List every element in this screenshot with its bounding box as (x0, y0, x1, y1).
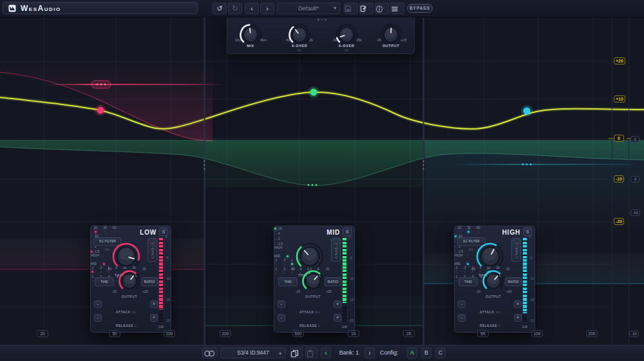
release-plus-button[interactable]: + (514, 314, 522, 322)
attack-minus-button[interactable]: - (458, 300, 466, 308)
ratio-button[interactable]: RATIO (141, 277, 158, 286)
attack-option[interactable]: .1 (274, 259, 277, 268)
output-label: OUTPUT (294, 295, 332, 298)
sc-filter-values[interactable]: 203060 (455, 226, 483, 234)
config-a-button[interactable]: A (407, 347, 417, 358)
threshold-knob[interactable] (475, 241, 506, 272)
gr-meter-scale-label: -15 (349, 298, 357, 302)
thd-button[interactable]: THD (278, 277, 298, 286)
preset-selector[interactable]: Default* ▾ (277, 3, 340, 14)
thd-button[interactable]: THD (459, 277, 478, 286)
release-minus-button[interactable]: - (94, 314, 102, 322)
attack-plus-button[interactable]: + (150, 300, 158, 308)
release-label: RELEASE (116, 324, 133, 327)
attack-option[interactable]: 1 (291, 259, 293, 268)
high-band-handle[interactable] (524, 108, 531, 115)
release-label-row: RELEASEs (104, 324, 149, 327)
ratio-option[interactable]: 10 (274, 226, 291, 230)
attack-option[interactable]: .3 (283, 259, 285, 268)
device-selector[interactable]: S3/4 ID:9447 ▾ (220, 347, 286, 358)
thd-option[interactable]: HIGH (91, 253, 111, 258)
sc-filter-option[interactable]: 30 (103, 226, 107, 234)
release-label-row: RELEASEs (287, 324, 332, 327)
freq-scale-label: 10K (531, 330, 543, 337)
sc-filter-option[interactable]: 30 (467, 226, 471, 234)
ratio-button[interactable]: RATIO (505, 277, 522, 286)
config-b-button[interactable]: B (421, 347, 431, 358)
thd-dot (467, 255, 469, 257)
channel-link-button[interactable] (202, 347, 218, 358)
bank-prev-button[interactable]: ‹ (321, 347, 331, 358)
release-option[interactable]: .1 (274, 268, 277, 277)
thd-options[interactable]: HIGHMID (91, 253, 111, 266)
threshold-knob[interactable] (294, 241, 325, 272)
band-title: LOW (128, 229, 156, 236)
threshold-knob[interactable] (111, 241, 142, 272)
paste-settings-button[interactable] (305, 347, 318, 358)
enable-toggle[interactable]: ENABLE (331, 238, 341, 262)
thd-options[interactable]: HIGHMID (274, 246, 295, 259)
enable-toggle[interactable]: ENABLE (511, 238, 521, 262)
ratio-options[interactable]: 10421.5 (274, 226, 291, 246)
mid-band-handle[interactable] (310, 89, 317, 96)
info-button[interactable] (375, 3, 389, 14)
sc-filter-dot (477, 231, 479, 233)
attack-label-row: ATTACKms (287, 310, 332, 314)
release-plus-button[interactable]: + (150, 314, 158, 322)
undo-button[interactable]: ↺ (213, 3, 227, 14)
ratio-option[interactable]: 4 (274, 231, 291, 235)
ratio-value: 2 (278, 237, 280, 240)
ratio-dot (274, 238, 276, 240)
low-band-handle[interactable] (97, 107, 104, 114)
release-option[interactable]: .1 (91, 275, 93, 284)
menu-button[interactable] (390, 3, 404, 14)
output-knob[interactable] (117, 269, 142, 293)
gr-meter-label: GR (155, 325, 167, 329)
output-min-label: -10 (469, 289, 480, 293)
copy-settings-button[interactable] (290, 347, 303, 358)
paste-icon (306, 349, 314, 358)
attack-plus-button[interactable]: + (334, 300, 341, 308)
sc-filter-option[interactable]: 20 (458, 226, 462, 234)
bypass-button[interactable]: BYPASS (407, 4, 433, 13)
release-minus-button[interactable]: - (458, 314, 466, 322)
thd-button[interactable]: THD (95, 277, 114, 286)
attack-minus-button[interactable]: - (94, 300, 102, 308)
thd-option[interactable]: HIGH (274, 246, 295, 250)
sc-filter-values[interactable]: 203060 (91, 226, 119, 234)
thd-options[interactable]: HIGHMID (455, 253, 475, 266)
thd-option[interactable]: HIGH (455, 253, 475, 258)
sc-filter-option[interactable]: 60 (477, 226, 480, 234)
ratio-option[interactable]: 2 (274, 237, 291, 240)
bank-next-button[interactable]: › (365, 347, 375, 358)
save-preset-button[interactable] (344, 3, 358, 14)
attack-plus-button[interactable]: + (514, 300, 522, 308)
release-dot (283, 272, 285, 274)
attack-minus-button[interactable]: - (278, 300, 285, 308)
output-knob[interactable] (481, 269, 506, 293)
release-option[interactable]: .1 (455, 275, 457, 284)
ratio-value: 4 (278, 232, 280, 235)
xover_low-label: X-OVER (280, 44, 319, 48)
release-value: .1 (274, 268, 277, 271)
freq-scale-label: 500 (292, 330, 304, 337)
enable-toggle[interactable]: ENABLE (147, 238, 157, 262)
edit-preset-button[interactable] (359, 3, 374, 14)
next-preset-button[interactable]: › (260, 3, 274, 14)
prev-preset-button[interactable]: ‹ (245, 3, 259, 14)
attack-option[interactable]: .1 (455, 266, 457, 275)
panel-drag-handle-icon[interactable] (317, 19, 327, 21)
sc-filter-option[interactable]: 60 (113, 226, 117, 234)
sc-filter-option[interactable]: 20 (94, 226, 98, 234)
threshold-min-label: -20 (464, 267, 475, 271)
redo-button[interactable]: ↻ (228, 3, 242, 14)
release-plus-button[interactable]: + (334, 314, 341, 322)
release-value: .1 (455, 275, 457, 278)
ratio-button[interactable]: RATIO (325, 277, 341, 286)
enable-toggle-label: ENABLE (515, 242, 518, 259)
output-knob[interactable] (301, 269, 325, 293)
config-c-button[interactable]: C (435, 347, 446, 358)
attack-option[interactable]: .1 (91, 266, 93, 275)
ratio-dot (274, 228, 276, 229)
release-minus-button[interactable]: - (278, 314, 285, 322)
